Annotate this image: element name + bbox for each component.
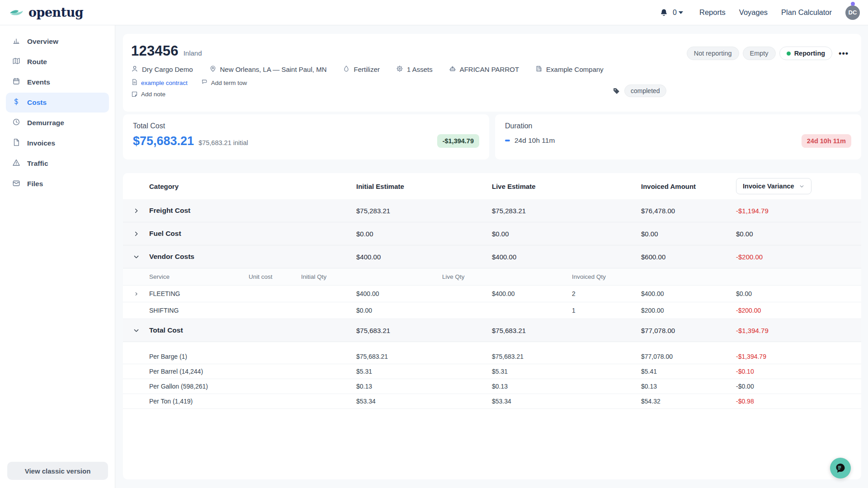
per-unit-row: Per Ton (1,419) $53.34 $53.34 $54.32 -$0…	[123, 394, 861, 409]
service-row: FLEETING $400.00 $400.00 2 $400.00 $0.00	[123, 286, 861, 302]
col-live-estimate: Live Estimate	[492, 183, 572, 190]
sidebar-item-costs[interactable]: Costs	[6, 93, 109, 113]
per-unit-row: Per Barrel (14,244) $5.31 $5.31 $5.41 -$…	[123, 364, 861, 379]
live-estimate-value: $0.13	[492, 383, 641, 390]
variance-value: -$1,394.79	[736, 353, 861, 360]
invoiced-amount-value: $600.00	[641, 253, 736, 261]
per-unit-label: Per Barrel (14,244)	[149, 368, 356, 375]
col-invoiced-qty: Invoiced Qty	[572, 273, 641, 280]
sidebar-item-events[interactable]: Events	[6, 72, 109, 92]
sidebar-item-route[interactable]: Route	[6, 52, 109, 72]
map-icon	[12, 57, 20, 67]
total-cost-card: Total Cost $75,683.21 $75,683.21 initial…	[123, 114, 489, 160]
initial-estimate-value: $400.00	[356, 253, 492, 261]
duration-dash-icon	[505, 140, 510, 141]
initial-estimate-value: $75,283.21	[356, 207, 492, 215]
droplet-icon	[343, 65, 350, 74]
status-badge-reporting[interactable]: Reporting	[779, 47, 832, 60]
more-options-button[interactable]: •••	[836, 47, 851, 60]
sidebar-item-label: Events	[27, 78, 50, 86]
per-unit-label: Per Gallon (598,261)	[149, 383, 356, 390]
col-initial-estimate: Initial Estimate	[356, 183, 442, 190]
sidebar-item-label: Overview	[27, 38, 58, 46]
duration-value: 24d 10h 11m	[514, 136, 555, 145]
main-content: 123456 Inland Dry Cargo Demo New Orleans…	[115, 25, 868, 488]
table-header-row: Category Initial Estimate Live Estimate …	[123, 173, 861, 199]
total-cost-initial: $75,683.21 initial	[198, 139, 248, 146]
category-label: Fuel Cost	[149, 230, 356, 238]
voyage-meta-item: 1 Assets	[396, 65, 433, 74]
voyage-meta-item: Example Company	[535, 65, 604, 74]
cost-category-row: Total Cost $75,683.21 $75,683.21 $77,078…	[123, 319, 861, 342]
cost-category-row: Fuel Cost $0.00 $0.00 $0.00 $0.00	[123, 222, 861, 245]
col-initial-qty: Initial Qty	[301, 273, 356, 280]
variance-value: -$200.00	[736, 253, 861, 261]
calendar-icon	[12, 77, 20, 87]
chevron-down-icon[interactable]	[133, 253, 140, 260]
sidebar-item-label: Route	[27, 58, 47, 66]
dollar-icon	[12, 98, 20, 108]
user-avatar[interactable]: DC	[845, 5, 860, 20]
total-cost-variance-badge: -$1,394.79	[437, 134, 479, 148]
voyage-meta-item: AFRICAN PARROT	[449, 65, 519, 74]
variance-value: -$1,194.79	[736, 207, 861, 215]
voyage-tag-badge[interactable]: completed	[624, 84, 666, 97]
bell-icon	[660, 8, 668, 17]
building-icon	[535, 65, 542, 74]
sidebar-item-traffic[interactable]: Traffic	[6, 154, 109, 174]
chevron-right-icon[interactable]	[133, 207, 140, 214]
nav-reports[interactable]: Reports	[699, 8, 726, 17]
invoiced-amount-value: $77,078.00	[641, 327, 736, 334]
nav-plan-calculator[interactable]: Plan Calculator	[781, 8, 832, 17]
live-estimate-value: $0.00	[492, 230, 641, 238]
variance-mode-dropdown[interactable]: Invoice Variance	[736, 178, 811, 194]
brand-logo[interactable]: opentug	[9, 5, 83, 19]
nav-voyages[interactable]: Voyages	[739, 8, 768, 17]
col-category: Category	[149, 183, 356, 190]
total-cost-label: Total Cost	[133, 122, 479, 130]
add-term-tow-link[interactable]: Add term tow	[201, 79, 247, 87]
invoiced-amount-value: $200.00	[641, 307, 736, 314]
service-row: SHIFTING $0.00 1 $200.00 -$200.00	[123, 302, 861, 319]
per-unit-label: Per Ton (1,419)	[149, 398, 356, 405]
live-estimate-value: $53.34	[492, 398, 641, 405]
spacer-row	[123, 342, 861, 349]
variance-value: -$200.00	[736, 307, 861, 314]
variance-value: -$1,394.79	[736, 327, 861, 334]
col-service: Service	[149, 273, 249, 280]
initial-estimate-value: $75,683.21	[356, 353, 492, 360]
col-live-qty: Live Qty	[442, 273, 492, 280]
per-unit-label: Per Barge (1)	[149, 353, 356, 360]
clock-icon	[12, 118, 20, 128]
top-bar: opentug 0 Reports Voyages Plan Calculato…	[0, 0, 868, 25]
invoiced-qty-value: 2	[572, 290, 641, 297]
sidebar-item-files[interactable]: Files	[6, 174, 109, 194]
voyage-meta-item: New Orleans, LA — Saint Paul, MN	[209, 65, 327, 74]
status-badge-not-reporting[interactable]: Not reporting	[687, 47, 739, 60]
live-estimate-value: $75,283.21	[492, 207, 641, 215]
chat-widget-button[interactable]	[830, 458, 851, 479]
chevron-down-icon[interactable]	[133, 327, 140, 334]
cost-category-row: Vendor Costs $400.00 $400.00 $600.00 -$2…	[123, 245, 861, 268]
archive-icon	[12, 179, 20, 189]
voyage-type-label: Inland	[184, 49, 202, 57]
example-contract-link[interactable]: example contract	[131, 79, 188, 87]
live-estimate-value: $400.00	[492, 290, 572, 297]
add-note-button[interactable]: Add note	[131, 91, 165, 98]
invoiced-amount-value: $0.13	[641, 383, 736, 390]
tow-icon	[201, 79, 208, 87]
initial-estimate-value: $53.34	[356, 398, 492, 405]
notifications-dropdown[interactable]: 0	[660, 8, 683, 17]
category-label: Vendor Costs	[149, 253, 356, 261]
variance-value: -$0.10	[736, 368, 861, 375]
status-badge-empty[interactable]: Empty	[743, 47, 776, 60]
costs-table-card: Category Initial Estimate Live Estimate …	[123, 173, 861, 479]
view-classic-version-button[interactable]: View classic version	[7, 462, 108, 480]
note-icon	[131, 91, 138, 98]
sidebar-item-demurrage[interactable]: Demurrage	[6, 113, 109, 133]
sidebar-item-invoices[interactable]: Invoices	[6, 133, 109, 153]
initial-estimate-value: $0.00	[356, 230, 492, 238]
chevron-right-icon[interactable]	[134, 291, 139, 296]
chevron-right-icon[interactable]	[133, 230, 140, 237]
sidebar-item-overview[interactable]: Overview	[6, 32, 109, 52]
